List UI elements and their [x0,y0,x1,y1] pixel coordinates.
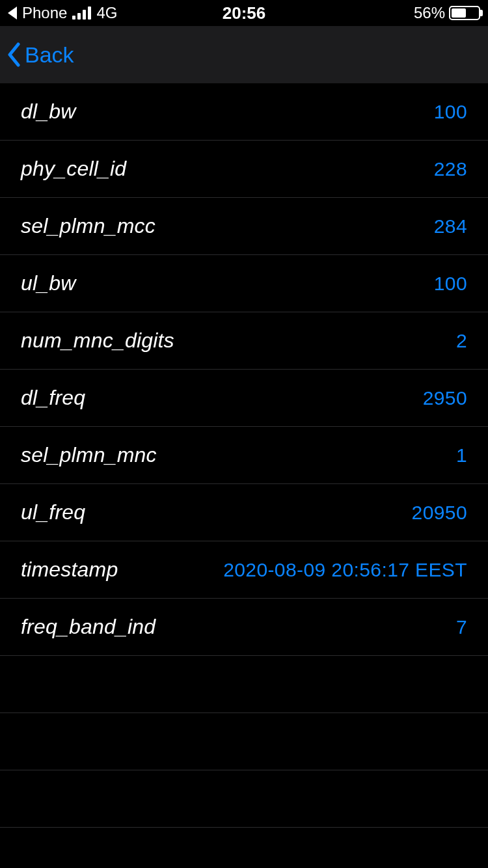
row-value: 284 [434,215,467,237]
status-bar: Phone 4G 20:56 56% [0,0,488,26]
network-type-label: 4G [96,4,117,22]
row-value: 2 [456,330,467,352]
list-row[interactable]: dl_freq2950 [0,370,488,427]
row-value: 2020-08-09 20:56:17 EEST [223,559,467,581]
list-row[interactable]: dl_bw100 [0,83,488,141]
row-value: 228 [434,158,467,180]
data-list: dl_bw100phy_cell_id228sel_plmn_mcc284ul_… [0,83,488,828]
row-value: 100 [434,101,467,123]
list-row [0,770,488,828]
row-value: 20950 [412,502,467,524]
chevron-left-icon [7,42,21,67]
status-time: 20:56 [223,3,266,23]
row-key: ul_bw [21,271,76,295]
row-key: ul_freq [21,500,85,524]
row-key: sel_plmn_mnc [21,443,157,467]
row-value: 100 [434,273,467,295]
breadcrumb-back-icon[interactable] [8,7,17,20]
list-row [0,713,488,770]
row-key: num_mnc_digits [21,329,174,353]
list-row[interactable]: num_mnc_digits2 [0,312,488,370]
row-key: dl_freq [21,386,85,410]
list-row [0,656,488,713]
list-row[interactable]: timestamp2020-08-09 20:56:17 EEST [0,541,488,599]
list-row[interactable]: ul_freq20950 [0,484,488,541]
row-key: sel_plmn_mcc [21,214,156,238]
row-key: dl_bw [21,100,76,124]
list-row[interactable]: ul_bw100 [0,255,488,312]
battery-icon [449,6,480,20]
row-key: freq_band_ind [21,615,156,639]
row-key: timestamp [21,558,118,582]
list-row[interactable]: phy_cell_id228 [0,141,488,198]
row-value: 2950 [423,387,467,409]
list-row[interactable]: freq_band_ind7 [0,599,488,656]
row-key: phy_cell_id [21,157,126,181]
back-label: Back [25,42,74,68]
list-row[interactable]: sel_plmn_mcc284 [0,198,488,255]
breadcrumb-app-label[interactable]: Phone [22,4,67,22]
list-row[interactable]: sel_plmn_mnc1 [0,427,488,484]
back-button[interactable]: Back [7,42,74,68]
navigation-bar: Back [0,26,488,83]
signal-bars-icon [72,7,91,20]
row-value: 1 [456,444,467,467]
row-value: 7 [456,616,467,638]
battery-percent-label: 56% [414,4,445,22]
status-right: 56% [414,4,480,22]
status-left: Phone 4G [8,4,117,22]
